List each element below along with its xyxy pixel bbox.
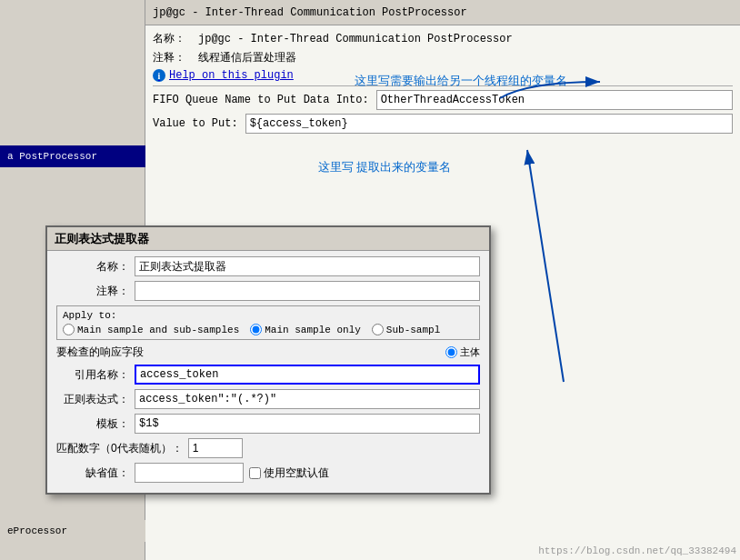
- regex-input[interactable]: [135, 389, 480, 409]
- radio-main-only-label: Main sample only: [265, 325, 361, 335]
- response-field-row: 要检查的响应字段 主体: [56, 345, 480, 360]
- sidebar-bottom-item[interactable]: eProcessor: [0, 520, 145, 542]
- dialog-name-row: 名称：: [56, 256, 480, 276]
- annotation2: 这里写 提取出来的变量名: [318, 159, 451, 175]
- name-value: jp@gc - Inter-Thread Communication PostP…: [198, 33, 513, 45]
- name-label: 名称：: [153, 31, 198, 46]
- radio-response-input[interactable]: [445, 346, 457, 358]
- title-bar: jp@gc - Inter-Thread Communication PostP…: [145, 0, 740, 25]
- info-icon: i: [153, 69, 165, 82]
- radio-main-sub[interactable]: Main sample and sub-samples: [63, 324, 239, 335]
- sidebar-bottom-label: eProcessor: [7, 525, 67, 536]
- dialog-comment-row: 注释：: [56, 281, 480, 301]
- dialog-title-bar: 正则表达式提取器: [47, 227, 489, 251]
- radio-sub-sample-label: Sub-sampl: [386, 325, 440, 335]
- radio-main-only[interactable]: Main sample only: [250, 324, 361, 335]
- default-label: 缺省值：: [56, 465, 129, 481]
- apply-to-label: Apply to:: [63, 310, 474, 321]
- name-row: 名称： jp@gc - Inter-Thread Communication P…: [153, 31, 733, 46]
- template-label: 模板：: [56, 416, 129, 432]
- comment-label: 注释：: [153, 50, 198, 65]
- sidebar-active-item[interactable]: a PostProcessor: [0, 145, 145, 167]
- comment-row: 注释： 线程通信后置处理器: [153, 50, 733, 65]
- value-row: Value to Put:: [153, 114, 733, 134]
- use-empty-label[interactable]: 使用空默认值: [249, 465, 329, 481]
- regex-label: 正则表达式：: [56, 392, 129, 407]
- default-input[interactable]: [135, 463, 244, 483]
- dialog-comment-label: 注释：: [56, 284, 129, 299]
- response-label: 要检查的响应字段: [56, 345, 144, 360]
- value-label: Value to Put:: [153, 117, 238, 130]
- dialog-title: 正则表达式提取器: [55, 231, 149, 247]
- radio-sub-sample-input[interactable]: [372, 324, 384, 335]
- fifo-label: FIFO Queue Name to Put Data Into:: [153, 94, 369, 106]
- watermark: https://blog.csdn.net/qq_33382494: [538, 545, 736, 556]
- match-number-row: 匹配数字（0代表随机）：: [56, 438, 480, 458]
- fifo-row: FIFO Queue Name to Put Data Into:: [153, 90, 733, 110]
- dialog-name-label: 名称：: [56, 259, 129, 275]
- sidebar-active-label: a PostProcessor: [7, 151, 97, 162]
- radio-sub-sample[interactable]: Sub-sampl: [372, 324, 440, 335]
- value-input[interactable]: [245, 114, 733, 134]
- ref-name-row: 引用名称：: [56, 365, 480, 385]
- regex-row: 正则表达式：: [56, 389, 480, 409]
- use-empty-text: 使用空默认值: [264, 465, 329, 481]
- radio-response[interactable]: 主体: [445, 345, 480, 359]
- radio-response-label: 主体: [460, 345, 480, 359]
- ref-name-label: 引用名称：: [56, 367, 129, 383]
- use-empty-checkbox[interactable]: [249, 467, 261, 479]
- fifo-input[interactable]: [376, 90, 733, 110]
- template-row: 模板：: [56, 414, 480, 434]
- template-input[interactable]: [135, 414, 480, 434]
- window-title: jp@gc - Inter-Thread Communication PostP…: [153, 6, 467, 19]
- radio-main-only-input[interactable]: [250, 324, 262, 335]
- annotation1: 这里写需要输出给另一个线程组的变量名: [355, 73, 567, 89]
- regex-extractor-dialog: 正则表达式提取器 名称： 注释： Apply to: Main sample a…: [45, 225, 491, 495]
- dialog-name-input[interactable]: [135, 256, 480, 276]
- apply-to-section: Apply to: Main sample and sub-samples Ma…: [56, 305, 480, 340]
- match-label: 匹配数字（0代表随机）：: [56, 441, 183, 456]
- radio-main-sub-input[interactable]: [63, 324, 75, 335]
- help-text: Help on this plugin: [169, 69, 294, 82]
- help-link[interactable]: i Help on this plugin: [153, 69, 294, 82]
- match-input[interactable]: [188, 438, 243, 458]
- dialog-form: 名称： 注释： Apply to: Main sample and sub-sa…: [47, 251, 489, 493]
- radio-main-sub-label: Main sample and sub-samples: [77, 325, 239, 335]
- dialog-comment-input[interactable]: [135, 281, 480, 301]
- default-row: 缺省值： 使用空默认值: [56, 463, 480, 483]
- comment-value: 线程通信后置处理器: [198, 50, 296, 65]
- radio-row: Main sample and sub-samples Main sample …: [63, 324, 474, 335]
- ref-name-input[interactable]: [135, 365, 480, 385]
